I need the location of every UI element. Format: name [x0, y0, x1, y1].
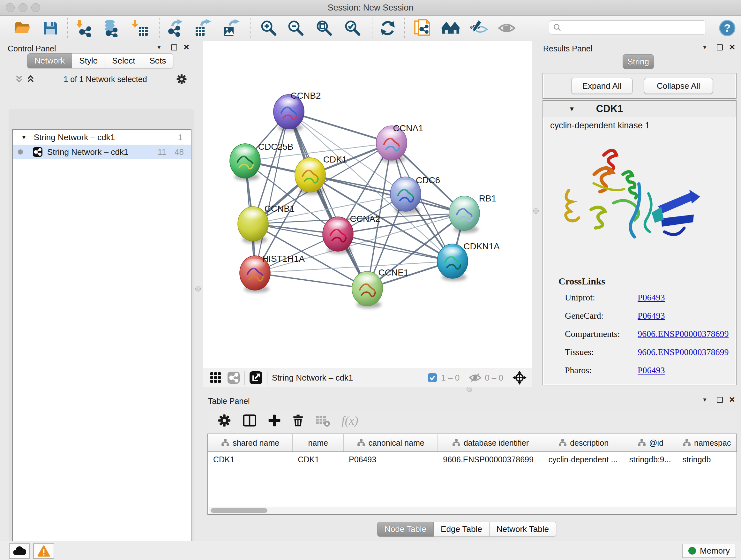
- collapse-section-icon[interactable]: ▼: [569, 105, 575, 113]
- zoom-out-icon[interactable]: [286, 18, 306, 38]
- column-header-canonical-name[interactable]: canonical name: [344, 434, 438, 451]
- network-canvas[interactable]: CCNB2CCNA1CDC25BCDK1CDC6RB1CCNB1CCNA2CDK…: [203, 41, 532, 368]
- collapse-all-icon[interactable]: [15, 75, 23, 84]
- cell-database-identifier[interactable]: 9606.ENSP00000378699: [438, 452, 543, 467]
- control-panel-float-icon[interactable]: [171, 44, 177, 51]
- import-network-database-icon[interactable]: [101, 18, 120, 38]
- cell-name[interactable]: CDK1: [293, 452, 344, 467]
- selected-checkbox-icon[interactable]: [428, 373, 437, 382]
- cloud-button[interactable]: [9, 543, 30, 559]
- search-input[interactable]: [564, 21, 705, 34]
- table-horizontal-scrollbar[interactable]: [209, 507, 736, 514]
- column-header-@id[interactable]: @id: [624, 434, 677, 451]
- tab-string[interactable]: String: [623, 54, 654, 69]
- results-panel-float-icon[interactable]: [717, 44, 723, 51]
- show-columns-icon[interactable]: [243, 414, 257, 428]
- zoom-in-icon[interactable]: [259, 18, 278, 38]
- column-header-description[interactable]: description: [543, 434, 624, 451]
- network-node-RB1[interactable]: RB1: [449, 193, 496, 233]
- tab-edge-table[interactable]: Edge Table: [434, 522, 489, 537]
- import-network-file-icon[interactable]: [74, 18, 93, 38]
- scrollbar-thumb[interactable]: [211, 508, 267, 513]
- zoom-selected-icon[interactable]: [343, 18, 362, 38]
- column-header-shared-name[interactable]: shared name: [208, 434, 293, 451]
- add-column-icon[interactable]: [267, 414, 281, 428]
- birdseye-navigator-icon[interactable]: [513, 371, 527, 385]
- crosslink-value-link[interactable]: P06493: [637, 365, 665, 375]
- open-session-icon[interactable]: [13, 18, 32, 38]
- crosslink-value-link[interactable]: 9606.ENSP00000378699: [637, 329, 729, 339]
- right-splitter-handle[interactable]: [533, 208, 539, 213]
- table-panel-collapse-icon[interactable]: ▼: [702, 397, 708, 403]
- cell-canonical-name[interactable]: P06493: [344, 452, 438, 467]
- delete-table-icon[interactable]: [315, 414, 331, 427]
- import-table-icon[interactable]: [131, 18, 150, 38]
- protein-card-header[interactable]: ▼ CDK1: [543, 101, 736, 117]
- cell-description[interactable]: cyclin-dependent ...: [543, 452, 624, 467]
- warning-button[interactable]: [33, 543, 54, 559]
- collapse-all-button[interactable]: Collapse All: [644, 78, 713, 94]
- table-panel-float-icon[interactable]: [717, 397, 723, 403]
- tab-node-table[interactable]: Node Table: [377, 522, 434, 537]
- table-settings-gear-icon[interactable]: [218, 414, 231, 427]
- results-panel-close-icon[interactable]: ✕: [729, 43, 735, 52]
- home-networks-icon[interactable]: [441, 18, 461, 38]
- tree-expand-icon[interactable]: ▼: [21, 134, 27, 141]
- save-session-icon[interactable]: [41, 18, 60, 38]
- network-node-CCNE1[interactable]: CCNE1: [352, 267, 408, 308]
- column-header-namespac[interactable]: namespac: [677, 434, 737, 451]
- tab-sets[interactable]: Sets: [142, 53, 173, 68]
- control-panel-collapse-icon[interactable]: ▼: [156, 44, 162, 51]
- network-node-CDKN1A[interactable]: CDKN1A: [437, 241, 500, 281]
- zoom-fit-icon[interactable]: [315, 18, 334, 38]
- tab-network-table[interactable]: Network Table: [489, 522, 556, 537]
- network-node-CDK1[interactable]: CDK1: [295, 154, 347, 195]
- export-image-icon[interactable]: [221, 18, 241, 38]
- network-node-CCNB2[interactable]: CCNB2: [273, 91, 321, 132]
- hidden-eye-icon[interactable]: [469, 373, 482, 383]
- network-view-icon[interactable]: [227, 371, 240, 384]
- results-panel-collapse-icon[interactable]: ▼: [702, 44, 708, 51]
- network-node-CCNA1[interactable]: CCNA1: [376, 123, 423, 163]
- network-options-gear-icon[interactable]: [176, 74, 187, 84]
- toolbar-search[interactable]: [549, 20, 706, 35]
- network-tree-child-row[interactable]: String Network – cdk1 11 48: [13, 145, 191, 159]
- crosslinks-list: Uniprot:P06493GeneCard:P06493Compartment…: [565, 293, 731, 383]
- string-document-icon[interactable]: [413, 18, 432, 38]
- table-row[interactable]: CDK1CDK1P064939606.ENSP00000378699cyclin…: [208, 452, 737, 467]
- hidden-count: 0 – 0: [485, 373, 503, 383]
- detach-view-icon[interactable]: [249, 371, 263, 384]
- help-icon[interactable]: ?: [718, 18, 737, 38]
- export-network-icon[interactable]: [166, 18, 185, 38]
- tab-network[interactable]: Network: [27, 53, 72, 68]
- tab-select[interactable]: Select: [105, 53, 142, 68]
- delete-column-icon[interactable]: [291, 414, 305, 428]
- hide-graphics-icon[interactable]: [497, 18, 516, 38]
- network-node-CCNB1[interactable]: CCNB1: [238, 204, 294, 244]
- table-panel-close-icon[interactable]: ✕: [729, 395, 735, 404]
- function-builder-icon[interactable]: f(x): [341, 414, 358, 428]
- network-node-CCNA2[interactable]: CCNA2: [323, 214, 380, 254]
- apply-layout-icon[interactable]: [378, 18, 397, 38]
- network-node-CDC25B[interactable]: CDC25B: [230, 142, 293, 181]
- left-splitter-handle[interactable]: [195, 286, 201, 292]
- crosslink-value-link[interactable]: P06493: [637, 293, 665, 303]
- column-header-name[interactable]: name: [293, 434, 344, 451]
- grid-view-icon[interactable]: [210, 372, 221, 383]
- expand-all-icon[interactable]: [27, 75, 35, 84]
- expand-all-button[interactable]: Expand All: [571, 78, 632, 94]
- column-header-database-identifier[interactable]: database identifier: [438, 434, 543, 451]
- network-tree-root-row[interactable]: ▼ String Network – cdk1 1: [13, 130, 191, 145]
- network-node-HIST1H1A[interactable]: HIST1H1A: [240, 254, 305, 293]
- tab-style[interactable]: Style: [72, 53, 105, 68]
- crosslink-value-link[interactable]: P06493: [637, 311, 665, 321]
- memory-button[interactable]: Memory: [682, 544, 736, 558]
- network-node-CDC6[interactable]: CDC6: [390, 175, 440, 214]
- export-table-icon[interactable]: [193, 18, 212, 38]
- crosslink-value-link[interactable]: 9606.ENSP00000378699: [637, 347, 729, 357]
- show-graphics-details-icon[interactable]: [469, 18, 488, 38]
- control-panel-close-icon[interactable]: ✕: [183, 43, 190, 52]
- cell-@id[interactable]: stringdb:9...: [624, 452, 677, 467]
- cell-namespac[interactable]: stringdb: [677, 452, 737, 467]
- cell-shared-name[interactable]: CDK1: [208, 452, 293, 467]
